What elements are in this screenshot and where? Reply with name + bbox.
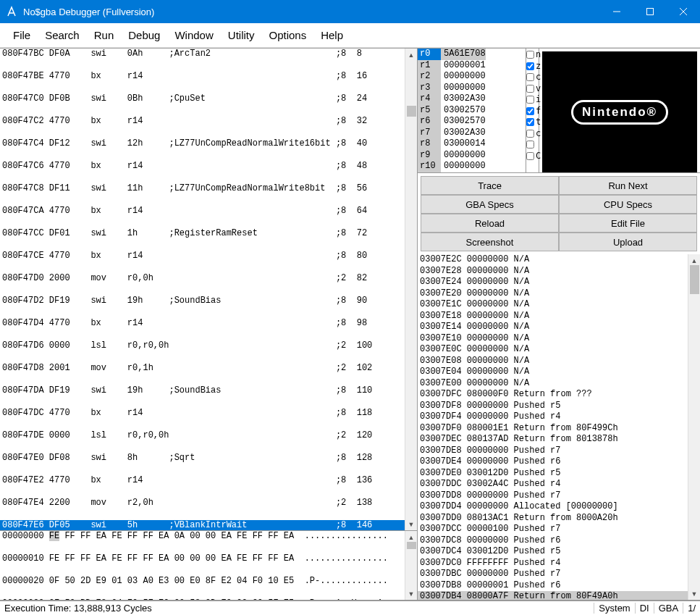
stack-row[interactable]: 03007E1C 00000000 N/A bbox=[418, 299, 688, 311]
upload-button[interactable]: Upload bbox=[559, 233, 697, 251]
disasm-row[interactable]: 080F47C2 4770 bx r14 ;8 32 bbox=[0, 116, 405, 127]
scroll-up-icon[interactable]: ▲ bbox=[407, 532, 416, 542]
disasm-row[interactable]: 080F47DA DF19 swi 19h ;SoundBias ;8 110 bbox=[0, 385, 405, 397]
disasm-row[interactable]: 080F47C6 4770 bx r14 ;8 48 bbox=[0, 161, 405, 172]
edit-file-button[interactable]: Edit File bbox=[559, 214, 697, 233]
disasm-row[interactable]: 080F47C4 DF12 swi 12h ;LZ77UnCompReadNor… bbox=[0, 138, 405, 150]
disasm-row[interactable]: 080F47DE 0000 lsl r0,r0,0h ;2 120 bbox=[0, 430, 405, 442]
stack-row[interactable]: 03007DBC 00000000 Pushed r7 bbox=[418, 569, 688, 580]
scroll-down-icon[interactable]: ▼ bbox=[407, 589, 416, 598]
flag-c[interactable]: c bbox=[526, 128, 539, 140]
disasm-row[interactable]: 080F47CC DF01 swi 1h ;RegisterRamReset ;… bbox=[0, 228, 405, 240]
menu-options[interactable]: Options bbox=[261, 26, 313, 44]
disasm-row[interactable]: 080F47D8 2001 mov r0,1h ;2 102 bbox=[0, 363, 405, 375]
stack-row[interactable]: 03007E04 00000000 N/A bbox=[418, 367, 688, 378]
menu-file[interactable]: File bbox=[6, 26, 38, 44]
flag-checkbox[interactable] bbox=[526, 62, 534, 70]
scrollbar[interactable]: ▲ ▼ bbox=[405, 49, 417, 530]
flag-checkbox[interactable] bbox=[526, 51, 534, 59]
flag-x[interactable] bbox=[526, 139, 539, 151]
disassembly-panel[interactable]: 080F47BC DF0A swi 0Ah ;ArcTan2 ;8 8 080F… bbox=[0, 49, 417, 531]
flag-v[interactable]: v bbox=[526, 83, 539, 95]
disasm-row[interactable]: 080F47BE 4770 bx r14 ;8 16 bbox=[0, 71, 405, 83]
register-r5[interactable]: r503002570 bbox=[418, 105, 526, 117]
hex-row[interactable]: 00000010 FE FF FF EA FE FF FF EA 00 00 0… bbox=[0, 553, 405, 565]
menu-debug[interactable]: Debug bbox=[121, 26, 167, 44]
disasm-row[interactable]: 080F47DC 4770 bx r14 ;8 118 bbox=[0, 408, 405, 419]
trace-button[interactable]: Trace bbox=[421, 176, 559, 195]
stack-row[interactable]: 03007DE8 00000000 Pushed r7 bbox=[418, 445, 688, 457]
cpu-specs-button[interactable]: CPU Specs bbox=[559, 195, 697, 214]
flag-checkbox[interactable] bbox=[526, 85, 534, 93]
minimize-button[interactable] bbox=[600, 0, 633, 23]
gba-specs-button[interactable]: GBA Specs bbox=[421, 195, 559, 214]
register-r10[interactable]: r1000000000 bbox=[418, 161, 526, 172]
scroll-up-icon[interactable]: ▲ bbox=[690, 256, 699, 265]
stack-row[interactable]: 03007DD8 00000000 Pushed r7 bbox=[418, 490, 688, 502]
disasm-row[interactable]: 080F47E0 DF08 swi 8h ;Sqrt ;8 128 bbox=[0, 453, 405, 464]
scrollbar[interactable]: ▲ ▼ bbox=[688, 254, 700, 600]
stack-row[interactable]: 03007DF0 080001E1 Return from 80F499Ch bbox=[418, 423, 688, 435]
disasm-row[interactable]: 080F47CE 4770 bx r14 ;8 80 bbox=[0, 251, 405, 262]
menu-utility[interactable]: Utility bbox=[221, 26, 262, 44]
flag-C[interactable]: C bbox=[526, 151, 539, 162]
stack-row[interactable]: 03007E28 00000000 N/A bbox=[418, 266, 688, 277]
menu-run[interactable]: Run bbox=[87, 26, 122, 44]
disasm-row[interactable]: 080F47E4 2200 mov r2,0h ;2 138 bbox=[0, 498, 405, 509]
stack-row[interactable]: 03007DE0 030012D0 Pushed r5 bbox=[418, 468, 688, 480]
stack-row[interactable]: 03007DD4 00000000 Allocated [00000000] bbox=[418, 501, 688, 513]
menu-search[interactable]: Search bbox=[38, 26, 87, 44]
flag-checkbox[interactable] bbox=[526, 141, 534, 148]
scroll-down-icon[interactable]: ▼ bbox=[690, 589, 699, 598]
stack-row[interactable]: 03007E0C 00000000 N/A bbox=[418, 344, 688, 356]
scroll-up-icon[interactable]: ▲ bbox=[407, 50, 416, 59]
disasm-row[interactable]: 080F47C8 DF11 swi 11h ;LZ77UnCompReadNor… bbox=[0, 183, 405, 195]
reload-button[interactable]: Reload bbox=[421, 214, 559, 233]
flag-i[interactable]: i bbox=[526, 94, 539, 106]
stack-row[interactable]: 03007E14 00000000 N/A bbox=[418, 322, 688, 333]
flag-f[interactable]: f bbox=[526, 106, 539, 117]
scrollbar[interactable]: ▲ ▼ bbox=[405, 531, 417, 600]
flag-c[interactable]: c bbox=[526, 72, 539, 83]
stack-row[interactable]: 03007E18 00000000 N/A bbox=[418, 311, 688, 322]
hex-row[interactable]: 00000020 0F 50 2D E9 01 03 A0 E3 00 E0 8… bbox=[0, 576, 405, 587]
disasm-row[interactable]: 080F47D0 2000 mov r0,0h ;2 82 bbox=[0, 273, 405, 285]
stack-row[interactable]: 03007DE4 00000000 Pushed r6 bbox=[418, 456, 688, 468]
register-r7[interactable]: r703002A30 bbox=[418, 127, 526, 139]
disasm-row[interactable]: 080F47E6 DF05 swi 5h ;VBlankIntrWait ;8 … bbox=[0, 520, 405, 530]
hex-row[interactable]: 00000030 0F 50 BD E8 04 F0 5E E2 00 58 2… bbox=[0, 598, 405, 600]
disasm-row[interactable]: 080F47D6 0000 lsl r0,r0,0h ;2 100 bbox=[0, 340, 405, 352]
disasm-row[interactable]: 080F47E2 4770 bx r14 ;8 136 bbox=[0, 475, 405, 487]
stack-row[interactable]: 03007E2C 00000000 N/A bbox=[418, 254, 688, 266]
disasm-row[interactable]: 080F47D2 DF19 swi 19h ;SoundBias ;8 90 bbox=[0, 296, 405, 307]
disasm-row[interactable]: 080F47C0 DF0B swi 0Bh ;CpuSet ;8 24 bbox=[0, 93, 405, 105]
stack-row[interactable]: 03007DC0 FFFFFFFF Pushed r4 bbox=[418, 558, 688, 569]
stack-row[interactable]: 03007E10 00000000 N/A bbox=[418, 333, 688, 345]
flag-checkbox[interactable] bbox=[526, 73, 534, 81]
register-r11[interactable]: r1100000000 bbox=[418, 172, 526, 173]
flag-checkbox[interactable] bbox=[526, 118, 534, 126]
register-r2[interactable]: r200000000 bbox=[418, 71, 526, 83]
stack-row[interactable]: 03007E00 00000000 N/A bbox=[418, 378, 688, 390]
flag-checkbox[interactable] bbox=[526, 96, 534, 104]
menu-window[interactable]: Window bbox=[167, 26, 220, 44]
register-r6[interactable]: r603002570 bbox=[418, 116, 526, 127]
hex-panel[interactable]: 00000000 FE FF FF EA FE FF FF EA 0A 00 0… bbox=[0, 531, 417, 601]
flag-checkbox[interactable] bbox=[526, 152, 534, 160]
menu-help[interactable]: Help bbox=[313, 26, 350, 44]
register-r3[interactable]: r300000000 bbox=[418, 83, 526, 94]
stack-row[interactable]: 03007DF8 00000000 Pushed r5 bbox=[418, 401, 688, 412]
registers-panel[interactable]: r05A61E708r100000001r200000000r300000000… bbox=[418, 49, 526, 172]
flag-z[interactable]: z bbox=[526, 61, 539, 72]
stack-row[interactable]: 03007DC8 00000000 Pushed r6 bbox=[418, 535, 688, 547]
stack-panel[interactable]: 03007E2C 00000000 N/A03007E28 00000000 N… bbox=[418, 254, 700, 601]
register-r1[interactable]: r100000001 bbox=[418, 60, 526, 72]
flag-t[interactable]: t bbox=[526, 117, 539, 128]
stack-row[interactable]: 03007DB4 08000A7F Return from 80F49A0h bbox=[418, 591, 688, 600]
run-next-button[interactable]: Run Next bbox=[559, 176, 697, 195]
register-r4[interactable]: r403002A30 bbox=[418, 93, 526, 105]
stack-row[interactable]: 03007DB8 00000001 Pushed r6 bbox=[418, 580, 688, 592]
stack-row[interactable]: 03007E24 00000000 N/A bbox=[418, 277, 688, 288]
screenshot-button[interactable]: Screenshot bbox=[421, 233, 559, 251]
flag-checkbox[interactable] bbox=[526, 107, 534, 115]
